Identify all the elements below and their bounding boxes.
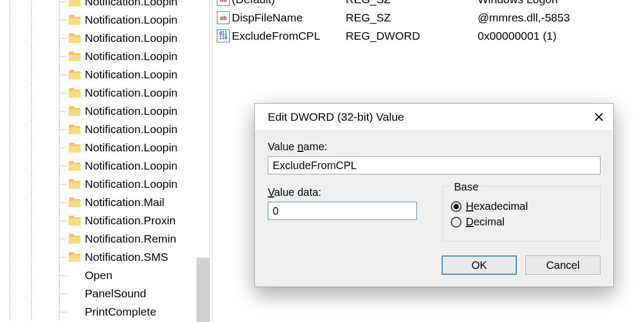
tree-item-label: Notification.Loopin (85, 32, 178, 45)
tree-item[interactable]: Notification.Loopin (0, 84, 178, 102)
value-data-label: Value data: (268, 186, 417, 199)
dialog-titlebar[interactable]: Edit DWORD (32-bit) Value (255, 104, 613, 130)
tree-item[interactable]: Notification.Loopin (0, 138, 178, 157)
list-row[interactable]: ab(Default)REG_SZWindows Logon (217, 0, 644, 9)
folder-icon (69, 216, 80, 225)
tree-item-label: Notification.Loopin (85, 178, 178, 191)
tree-item[interactable]: Notification.Loopin (0, 47, 178, 65)
folder-icon (69, 52, 80, 61)
tree-item-label: Notification.Loopin (85, 50, 178, 63)
value-type-icon: ab (217, 11, 230, 24)
tree-item-label: Notification.SMS (85, 251, 168, 264)
folder-icon (69, 0, 80, 6)
tree-item[interactable]: Notification.Loopin (0, 102, 178, 120)
folder-icon (69, 252, 80, 262)
value-type: REG_DWORD (346, 30, 478, 42)
base-group: Base Hexadecimal Decimal (443, 186, 601, 241)
value-name: (Default) (232, 0, 275, 6)
value-type-icon: 011110 (217, 30, 230, 42)
value-name: ExcludeFromCPL (232, 30, 320, 42)
value-data: @mmres.dll,-5853 (478, 11, 644, 24)
folder-icon (69, 234, 80, 244)
tree-item[interactable]: Notification.Loopin (0, 175, 178, 193)
tree-item-label: Notification.Loopin (85, 105, 178, 118)
tree-item-label: Notification.Remin (85, 232, 176, 245)
value-name-input[interactable] (268, 156, 601, 174)
tree-item-label: Notification.Proxin (85, 214, 175, 227)
tree-item[interactable]: PrintComplete (0, 303, 178, 321)
value-type: REG_SZ (346, 11, 478, 24)
tree-item-label: Notification.Loopin (85, 13, 178, 26)
folder-icon (69, 143, 80, 152)
tree-item-label: PanelSound (85, 287, 146, 300)
close-icon[interactable] (590, 109, 608, 125)
tree-item[interactable]: Open (0, 266, 178, 284)
folder-icon (69, 70, 80, 79)
tree-item-label: Notification.Loopin (85, 141, 178, 154)
value-data: Windows Logon (478, 0, 644, 6)
tree-item-label: Open (85, 269, 112, 282)
tree-item-label: Notification.Loopin (85, 86, 178, 99)
radio-icon (451, 217, 462, 228)
value-name: DispFileName (232, 11, 303, 24)
tree-item[interactable]: Notification.Loopin (0, 157, 178, 175)
radio-decimal[interactable]: Decimal (451, 216, 592, 228)
tree-item-label: Notification.Loopin (85, 159, 178, 172)
folder-icon (69, 125, 80, 134)
tree-item[interactable]: Notification.Proxin (0, 211, 178, 230)
cancel-button[interactable]: Cancel (525, 255, 601, 275)
tree-item-label: PrintComplete (85, 305, 156, 318)
tree-item-label: Notification.Mail (85, 196, 164, 209)
tree-item[interactable]: Notification.Mail (0, 193, 178, 211)
folder-icon (69, 106, 80, 116)
folder-icon (69, 197, 80, 207)
tree-item[interactable]: Notification.Loopin (0, 65, 178, 84)
tree-item-label: Notification.Loopin (85, 123, 178, 136)
value-type-icon: ab (217, 0, 230, 6)
ok-button[interactable]: OK (442, 255, 517, 275)
radio-icon (451, 201, 462, 212)
edit-dword-dialog: Edit DWORD (32-bit) Value Value name: Va… (254, 103, 614, 287)
value-data-input[interactable] (268, 202, 417, 220)
tree-item[interactable]: Notification.Loopin (0, 11, 178, 29)
folder-icon (69, 161, 80, 171)
tree-item-label: Notification.Loopin (85, 0, 178, 8)
tree-item[interactable]: Notification.Loopin (0, 120, 178, 138)
value-name-label: Value name: (268, 141, 601, 153)
tree-item[interactable]: Notification.SMS (0, 248, 178, 266)
folder-icon (69, 15, 80, 25)
tree-item[interactable]: PanelSound (0, 284, 178, 303)
tree-item-label: Notification.Loopin (85, 68, 178, 81)
list-row[interactable]: abDispFileNameREG_SZ@mmres.dll,-5853 (217, 9, 644, 27)
folder-icon (69, 33, 80, 43)
value-type: REG_SZ (346, 0, 478, 6)
scrollbar-thumb[interactable] (196, 258, 209, 322)
dialog-title: Edit DWORD (32-bit) Value (268, 111, 404, 123)
tree-item[interactable]: Notification.Loopin (0, 29, 178, 47)
value-data: 0x00000001 (1) (478, 30, 644, 42)
tree-item[interactable]: Notification.Loopin (0, 0, 178, 11)
radio-hexadecimal[interactable]: Hexadecimal (451, 200, 592, 213)
folder-icon (69, 179, 80, 189)
tree-item[interactable]: Notification.Remin (0, 230, 178, 248)
base-label: Base (451, 181, 482, 193)
list-row[interactable]: 011110ExcludeFromCPLREG_DWORD0x00000001 … (217, 27, 644, 45)
registry-tree[interactable]: Notification.LoopinNotification.LoopinNo… (0, 0, 209, 322)
folder-icon (69, 88, 80, 98)
